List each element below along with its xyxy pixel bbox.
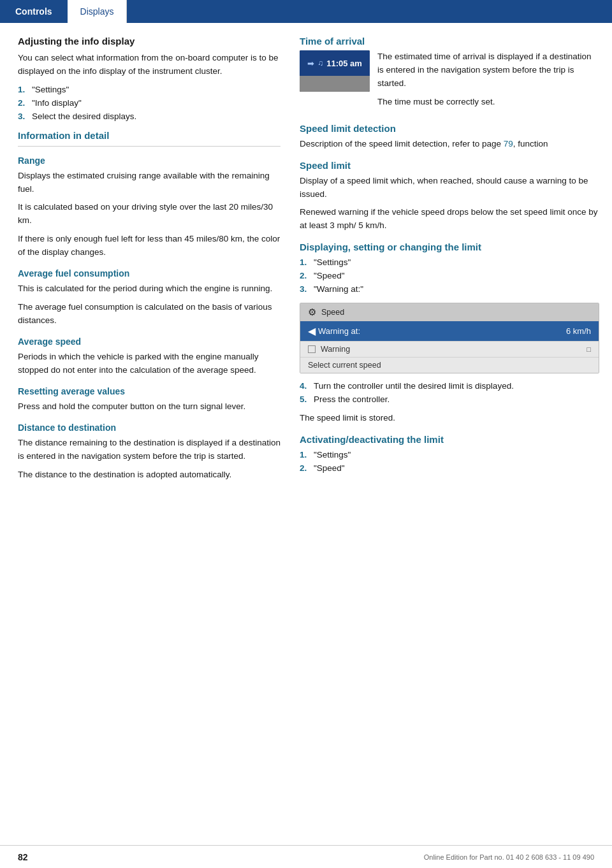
toa-text-block: The estimated time of arrival is display… [377, 50, 599, 114]
avg-fuel-title: Average fuel consumption [18, 268, 280, 278]
avg-fuel-body2: The average fuel consumption is calculat… [18, 301, 280, 328]
toa-container: ➡︎ ♫ 11:05 am The estimated time of arri… [300, 50, 599, 114]
tab-controls[interactable]: Controls [0, 0, 68, 23]
step-4-num: 4. [300, 380, 311, 393]
toa-image: ➡︎ ♫ 11:05 am [300, 50, 370, 92]
ss-dots-icon: □ [586, 345, 591, 353]
adjusting-body1: You can select what information from the… [18, 52, 280, 78]
list-num-3: 3. [18, 110, 29, 124]
distance-body2: The distance to the destination is adopt… [18, 468, 280, 482]
header-tabs: Controls Displays [0, 0, 612, 23]
step-5-num: 5. [300, 393, 311, 407]
distance-title: Distance to destination [18, 423, 280, 433]
list-num-2: 2. [18, 97, 29, 110]
adjusting-list: 1. "Settings" 2. "Info display" 3. Selec… [18, 83, 280, 124]
activate-text-1: "Settings" [314, 449, 351, 462]
range-body1: Displays the estimated cruising range av… [18, 170, 280, 196]
list-text-2: "Info display" [32, 97, 82, 110]
ss-header-icon: ⚙ [308, 307, 316, 318]
list-item-3: 3. Select the desired displays. [18, 110, 280, 124]
ss-checkbox [308, 345, 316, 353]
display-text-1: "Settings" [314, 256, 351, 270]
display-list-item-1: 1. "Settings" [300, 256, 599, 270]
toa-bottom-bar [300, 76, 370, 92]
activate-num-1: 1. [300, 449, 311, 462]
toa-body1: The estimated time of arrival is display… [377, 50, 599, 90]
toa-top-bar: ➡︎ ♫ 11:05 am [300, 50, 370, 76]
ss-selected-row: ◀ Warning at: 6 km/h [300, 321, 599, 341]
display-list-item-2: 2. "Speed" [300, 270, 599, 283]
speed-screenshot: ⚙ Speed ◀ Warning at: 6 km/h Warning □ S… [300, 303, 599, 373]
range-title: Range [18, 156, 280, 166]
step-4-item: 4. Turn the controller until the desired… [300, 380, 599, 393]
step-list: 4. Turn the controller until the desired… [300, 380, 599, 407]
ss-checkbox-row: Warning □ [300, 341, 599, 357]
range-body3: If there is only enough fuel left for le… [18, 233, 280, 259]
speed-limit-title: Speed limit [300, 160, 599, 171]
page-number: 82 [18, 852, 28, 862]
list-text-1: "Settings" [32, 83, 69, 97]
range-body2: It is calculated based on your driving s… [18, 201, 280, 228]
ss-select-row: Select current speed [300, 357, 599, 373]
footer-text: Online Edition for Part no. 01 40 2 608 … [424, 853, 594, 861]
speed-limit-body2: Renewed warning if the vehicle speed dro… [300, 206, 599, 233]
page-link-79[interactable]: 79 [504, 139, 513, 148]
ss-warning-value: 6 km/h [566, 326, 591, 336]
activate-list: 1. "Settings" 2. "Speed" [300, 449, 599, 475]
toa-time-display: 11:05 am [326, 59, 362, 68]
toa-body2: The time must be correctly set. [377, 96, 599, 109]
avg-speed-body1: Periods in which the vehicle is parked w… [18, 351, 280, 377]
left-column: Adjusting the info display You can selec… [0, 36, 293, 486]
avg-fuel-body1: This is calculated for the period during… [18, 282, 280, 296]
toa-title: Time of arrival [300, 36, 599, 47]
toa-nav-icon: ➡︎ [307, 59, 314, 68]
stored-text: The speed limit is stored. [300, 412, 599, 425]
display-text-2: "Speed" [314, 270, 345, 283]
list-item-1: 1. "Settings" [18, 83, 280, 97]
distance-body1: The distance remaining to the destinatio… [18, 437, 280, 463]
display-list: 1. "Settings" 2. "Speed" 3. "Warning at:… [300, 256, 599, 296]
speed-limit-body1: Display of a speed limit which, when rea… [300, 175, 599, 201]
list-item-2: 2. "Info display" [18, 97, 280, 110]
speed-detect-title: Speed limit detection [300, 123, 599, 134]
activate-num-2: 2. [300, 462, 311, 475]
list-num-1: 1. [18, 83, 29, 97]
reset-title: Resetting average values [18, 386, 280, 396]
activate-item-2: 2. "Speed" [300, 462, 599, 475]
reset-body1: Press and hold the computer button on th… [18, 400, 280, 414]
footer: 82 Online Edition for Part no. 01 40 2 6… [0, 845, 612, 868]
main-content: Adjusting the info display You can selec… [0, 23, 612, 512]
display-num-2: 2. [300, 270, 311, 283]
display-list-item-3: 3. "Warning at:" [300, 283, 599, 296]
toa-music-icon: ♫ [317, 59, 323, 68]
ss-warning-label: Warning at: [318, 326, 360, 336]
step-5-item: 5. Press the controller. [300, 393, 599, 407]
adjusting-title: Adjusting the info display [18, 36, 280, 47]
ss-header-label: Speed [321, 308, 344, 317]
right-column: Time of arrival ➡︎ ♫ 11:05 am The estima… [293, 36, 612, 486]
display-title: Displaying, setting or changing the limi… [300, 242, 599, 252]
speed-detect-body: Description of the speed limit detection… [300, 138, 599, 151]
ss-header-row: ⚙ Speed [300, 303, 599, 321]
ss-selected-left: ◀ Warning at: [308, 325, 360, 337]
display-text-3: "Warning at:" [314, 283, 363, 296]
info-detail-title: Information in detail [18, 130, 280, 141]
step-4-text: Turn the controller until the desired li… [314, 380, 514, 393]
activate-item-1: 1. "Settings" [300, 449, 599, 462]
display-num-1: 1. [300, 256, 311, 270]
ss-row2-label: Warning [321, 345, 350, 354]
step-5-text: Press the controller. [314, 393, 390, 407]
ss-arrow-icon: ◀ [308, 325, 316, 337]
avg-speed-title: Average speed [18, 336, 280, 347]
activate-text-2: "Speed" [314, 462, 345, 475]
display-num-3: 3. [300, 283, 311, 296]
list-text-3: Select the desired displays. [32, 110, 136, 124]
activate-title: Activating/deactivating the limit [300, 434, 599, 445]
ss-row3-label: Select current speed [308, 361, 381, 370]
tab-displays[interactable]: Displays [68, 0, 127, 23]
